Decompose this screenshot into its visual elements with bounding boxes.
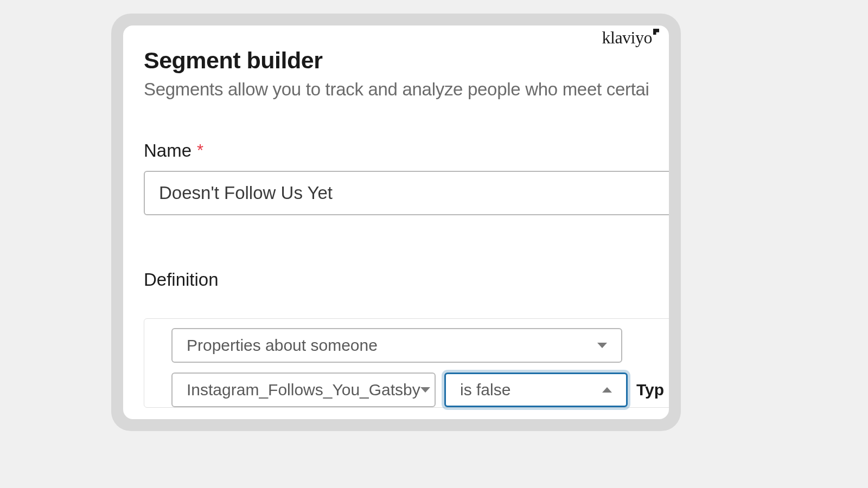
condition-type-value: Properties about someone bbox=[187, 336, 378, 355]
screen: klaviyo Segment builder Segments allow y… bbox=[123, 25, 669, 419]
page-subtitle: Segments allow you to track and analyze … bbox=[144, 79, 669, 100]
main-content: Segment builder Segments allow you to tr… bbox=[144, 42, 669, 408]
chevron-down-icon bbox=[420, 387, 430, 393]
definition-panel: Properties about someone Instagram_Follo… bbox=[144, 318, 669, 408]
property-value: Instagram_Follows_You_Gatsby bbox=[187, 381, 420, 399]
definition-heading: Definition bbox=[144, 269, 669, 290]
condition-type-select[interactable]: Properties about someone bbox=[171, 328, 622, 363]
segment-name-input[interactable] bbox=[144, 171, 669, 215]
name-label-text: Name bbox=[144, 140, 192, 161]
page-title: Segment builder bbox=[144, 47, 669, 74]
property-select[interactable]: Instagram_Follows_You_Gatsby bbox=[171, 373, 436, 407]
required-asterisk-icon: * bbox=[197, 141, 203, 160]
device-frame: klaviyo Segment builder Segments allow y… bbox=[111, 14, 681, 431]
name-field-label: Name * bbox=[144, 140, 669, 161]
chevron-down-icon bbox=[597, 343, 607, 348]
type-label-partial: Typ bbox=[636, 381, 664, 399]
operator-select[interactable]: is false bbox=[444, 373, 628, 407]
operator-value: is false bbox=[460, 381, 510, 399]
condition-row: Instagram_Follows_You_Gatsby is false Ty… bbox=[171, 373, 664, 407]
logo-flag-icon bbox=[653, 29, 659, 35]
chevron-up-icon bbox=[602, 387, 612, 393]
